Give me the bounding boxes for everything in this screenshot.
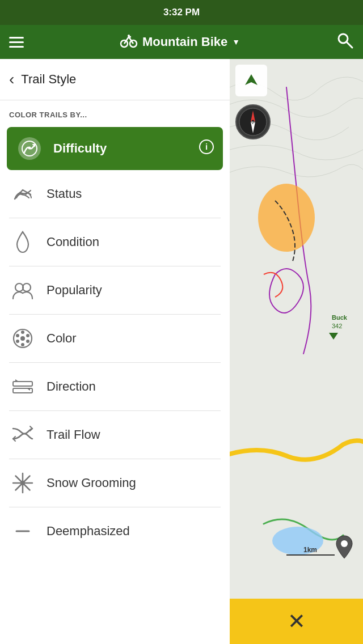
status-bar: 3:32 PM: [0, 0, 363, 25]
divider-4: [9, 362, 221, 363]
svg-text:Buck: Buck: [332, 314, 348, 321]
svg-point-6: [28, 147, 31, 150]
trailflow-icon-box: [9, 421, 36, 448]
deemphasized-label: Deemphasized: [47, 524, 130, 539]
direction-label: Direction: [47, 379, 96, 394]
hamburger-menu[interactable]: [9, 37, 24, 48]
deemphasized-icon-box: [9, 518, 36, 545]
navigation-arrow-button[interactable]: [235, 65, 267, 96]
bottom-close-bar[interactable]: ✕: [230, 599, 363, 644]
condition-label: Condition: [47, 235, 99, 249]
svg-point-41: [341, 540, 348, 547]
nav-bar: Mountain Bike ▼: [0, 25, 363, 59]
compass: N: [235, 104, 271, 139]
menu-item-condition[interactable]: Condition: [0, 221, 230, 264]
svg-rect-20: [13, 382, 32, 386]
bike-icon: [120, 31, 138, 53]
menu-item-direction[interactable]: Direction: [0, 365, 230, 408]
menu-item-difficulty[interactable]: Difficulty i: [7, 127, 223, 170]
back-button[interactable]: ‹: [9, 70, 14, 88]
svg-text:N: N: [251, 120, 255, 125]
section-label: COLOR TRAILS BY...: [0, 100, 230, 125]
divider-2: [9, 266, 221, 266]
svg-point-15: [26, 334, 29, 337]
menu-item-color[interactable]: Color: [0, 317, 230, 360]
divider-6: [9, 459, 221, 459]
svg-marker-36: [245, 74, 258, 85]
dropdown-arrow-icon[interactable]: ▼: [232, 37, 240, 46]
divider-7: [9, 507, 221, 507]
svg-point-2: [128, 35, 130, 37]
status-time: 3:32 PM: [163, 7, 200, 18]
condition-icon-box: [9, 228, 36, 256]
svg-point-18: [16, 340, 19, 343]
svg-point-17: [21, 343, 24, 346]
menu-item-snowgrooming[interactable]: Snow Grooming: [0, 461, 230, 505]
popularity-label: Popularity: [47, 283, 102, 298]
nav-title: Mountain Bike: [142, 35, 227, 49]
svg-point-26: [20, 481, 25, 485]
snowgrooming-label: Snow Grooming: [47, 476, 136, 490]
status-label: Status: [47, 187, 82, 201]
menu-item-deemphasized[interactable]: Deemphasized: [0, 510, 230, 553]
main-container: ‹ Trail Style COLOR TRAILS BY... Difficu…: [0, 59, 363, 644]
location-pin[interactable]: [334, 535, 354, 565]
difficulty-info-icon[interactable]: i: [199, 139, 214, 158]
divider-1: [9, 218, 221, 218]
svg-text:1km: 1km: [303, 546, 317, 554]
svg-text:342: 342: [332, 323, 342, 329]
menu-item-status[interactable]: Status: [0, 172, 230, 215]
svg-text:i: i: [205, 142, 208, 151]
close-icon[interactable]: ✕: [288, 609, 306, 634]
direction-icon-box: [9, 373, 36, 400]
difficulty-label: Difficulty: [53, 141, 107, 156]
search-icon[interactable]: [336, 31, 354, 53]
popularity-icon-box: [9, 277, 36, 304]
left-panel: ‹ Trail Style COLOR TRAILS BY... Difficu…: [0, 59, 230, 644]
svg-line-4: [347, 42, 352, 48]
menu-item-trailflow[interactable]: Trail Flow: [0, 413, 230, 456]
svg-point-13: [20, 336, 25, 341]
map-area[interactable]: Buck 342 1km N: [230, 59, 363, 644]
back-header: ‹ Trail Style: [0, 59, 230, 100]
divider-3: [9, 314, 221, 315]
svg-point-29: [258, 184, 315, 252]
color-icon-box: [9, 325, 36, 352]
difficulty-icon-box: [16, 135, 43, 162]
trailflow-label: Trail Flow: [47, 427, 100, 442]
svg-point-19: [16, 334, 19, 337]
svg-point-14: [21, 331, 24, 334]
nav-center: Mountain Bike ▼: [120, 31, 240, 53]
panel-title: Trail Style: [21, 72, 76, 87]
svg-point-16: [26, 340, 29, 343]
snowgrooming-icon-box: [9, 469, 36, 497]
color-label: Color: [47, 331, 77, 346]
menu-item-popularity[interactable]: Popularity: [0, 269, 230, 312]
divider-5: [9, 410, 221, 411]
status-icon-box: [9, 180, 36, 207]
